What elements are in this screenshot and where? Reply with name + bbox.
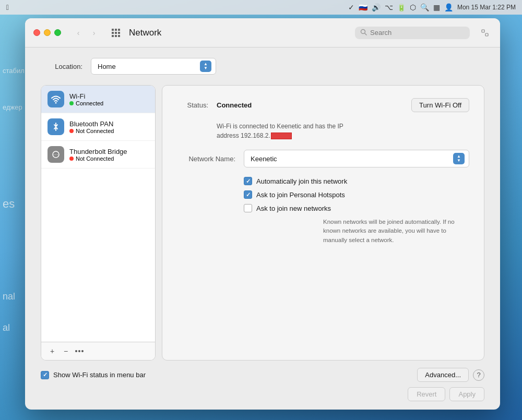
avatar-icon: 👤 (444, 3, 453, 11)
search-box[interactable] (355, 27, 470, 39)
svg-rect-3 (112, 32, 114, 34)
titlebar: ‹ › Network (25, 18, 500, 47)
nav-buttons: ‹ › (72, 26, 101, 40)
location-row: Location: Home ▲ ▼ (41, 58, 484, 75)
revert-button[interactable]: Revert (408, 387, 445, 401)
menubar-right: ✓ 🇷🇺 🔊 ⌥ 🔋 ⬡ 🔍 ▦ 👤 Mon 15 Mar 1:22 PM (348, 3, 516, 11)
display-icon: ▦ (433, 3, 440, 11)
status-description: Wi-Fi is connected to Keenetic and has t… (217, 122, 469, 140)
network-item-wifi[interactable]: Wi-Fi Connected (41, 86, 155, 113)
network-items: Wi-Fi Connected (41, 86, 155, 342)
bg-text-3: es (3, 197, 15, 211)
remove-network-button[interactable]: − (60, 345, 72, 357)
search-input[interactable] (370, 29, 465, 37)
action-menu-button[interactable] (74, 345, 85, 357)
apple-icon[interactable]:  (6, 3, 9, 11)
status-value: Connected (217, 101, 252, 109)
main-panel: Wi-Fi Connected (41, 85, 484, 361)
bluetooth-name: Bluetooth PAN (69, 120, 114, 128)
svg-point-13 (55, 102, 57, 104)
wifi-info: Wi-Fi Connected (69, 92, 103, 106)
location-select[interactable]: Home ▲ ▼ (91, 58, 216, 75)
search-menu-icon[interactable]: 🔍 (420, 3, 429, 11)
wifi-status-text: Connected (76, 100, 103, 106)
network-item-thunderbolt[interactable]: ⋯ Thunderbolt Bridge Not Connected (41, 141, 155, 169)
menubar-time: Mon 15 Mar 1:22 PM (457, 4, 516, 11)
thunderbolt-status-dot (69, 157, 74, 161)
network-name-arrows-icon: ▲ ▼ (453, 153, 465, 164)
advanced-button[interactable]: Advanced... (417, 368, 469, 382)
checkbox-new-networks[interactable]: Ask to join new networks (244, 204, 469, 212)
network-list: Wi-Fi Connected (41, 85, 156, 361)
add-network-button[interactable]: + (46, 345, 58, 357)
wifi-name: Wi-Fi (69, 92, 103, 100)
svg-rect-2 (118, 29, 120, 31)
back-button[interactable]: ‹ (72, 26, 85, 40)
status-row: Status: Connected Turn Wi-Fi Off (177, 98, 469, 112)
bluetooth-info: Bluetooth PAN Not Connected (69, 120, 114, 134)
flag-icon: 🇷🇺 (359, 3, 367, 11)
minimize-button[interactable] (44, 29, 51, 36)
ip-redacted (271, 133, 292, 139)
personal-hotspots-label: Ask to join Personal Hotspots (256, 191, 345, 199)
svg-rect-12 (485, 33, 488, 36)
bluetooth-status-dot (69, 129, 74, 133)
wifi-menu-icon: ⬡ (410, 3, 416, 11)
close-button[interactable] (33, 29, 40, 36)
network-name-label: Network Name: (177, 155, 235, 163)
grid-button[interactable] (109, 26, 123, 40)
fullscreen-button[interactable] (478, 26, 492, 40)
checkbox-group: ✓ Automatically join this network ✓ Ask … (244, 177, 469, 245)
thunderbolt-info: Thunderbolt Bridge Not Connected (69, 148, 127, 162)
svg-point-17 (78, 350, 80, 352)
turn-wifi-button[interactable]: Turn Wi-Fi Off (411, 98, 469, 112)
thunderbolt-status-text: Not Connected (76, 155, 114, 162)
content-area: Location: Home ▲ ▼ (25, 47, 500, 361)
bg-text-1: стабил (3, 67, 25, 75)
checkmark-icon-2: ✓ (246, 191, 251, 198)
network-list-footer: + − (41, 342, 155, 360)
svg-rect-5 (118, 32, 120, 34)
page-title: Network (129, 28, 349, 38)
bluetooth-status: Not Connected (69, 128, 114, 134)
action-buttons: Revert Apply (408, 387, 500, 410)
svg-line-10 (365, 33, 366, 35)
bottom-right-buttons: Advanced... ? (417, 368, 484, 382)
network-name-select-value: Keenetic (251, 155, 453, 163)
location-arrows-icon: ▲ ▼ (200, 61, 211, 72)
help-button[interactable]: ? (473, 369, 484, 381)
new-networks-label: Ask to join new networks (256, 205, 331, 212)
svg-rect-4 (115, 32, 117, 34)
svg-rect-6 (112, 35, 114, 37)
show-wifi-row[interactable]: ✓ Show Wi-Fi status in menu bar (41, 371, 146, 379)
location-value: Home (98, 63, 200, 70)
search-icon (360, 29, 367, 37)
bg-text-4: nal (3, 291, 15, 302)
new-networks-checkbox[interactable] (244, 204, 252, 212)
thunderbolt-icon: ⋯ (48, 146, 64, 163)
auto-join-label: Automatically join this network (256, 177, 347, 185)
known-networks-note: Known networks will be joined automatica… (323, 218, 469, 245)
svg-point-9 (361, 29, 365, 33)
personal-hotspots-checkbox[interactable]: ✓ (244, 190, 252, 199)
network-item-bluetooth[interactable]: Bluetooth PAN Not Connected (41, 113, 155, 141)
checkmark-icon: ✓ (348, 3, 354, 11)
battery-icon: 🔋 (397, 4, 406, 11)
auto-join-checkbox[interactable]: ✓ (244, 177, 252, 185)
show-wifi-checkbox[interactable]: ✓ (41, 371, 49, 379)
wifi-status-dot (69, 101, 74, 105)
wifi-status: Connected (69, 100, 103, 106)
network-name-select[interactable]: Keenetic ▲ ▼ (244, 150, 469, 167)
svg-rect-1 (115, 29, 117, 31)
show-wifi-label: Show Wi-Fi status in menu bar (53, 371, 146, 379)
svg-point-16 (75, 350, 77, 352)
checkbox-personal-hotspots[interactable]: ✓ Ask to join Personal Hotspots (244, 190, 469, 199)
svg-point-18 (81, 350, 84, 352)
checkbox-auto-join[interactable]: ✓ Automatically join this network (244, 177, 469, 185)
maximize-button[interactable] (54, 29, 61, 36)
network-name-row: Network Name: Keenetic ▲ ▼ (177, 150, 469, 167)
traffic-lights (33, 29, 61, 36)
forward-button[interactable]: › (87, 26, 101, 40)
svg-rect-7 (115, 35, 117, 37)
apply-button[interactable]: Apply (449, 387, 484, 401)
